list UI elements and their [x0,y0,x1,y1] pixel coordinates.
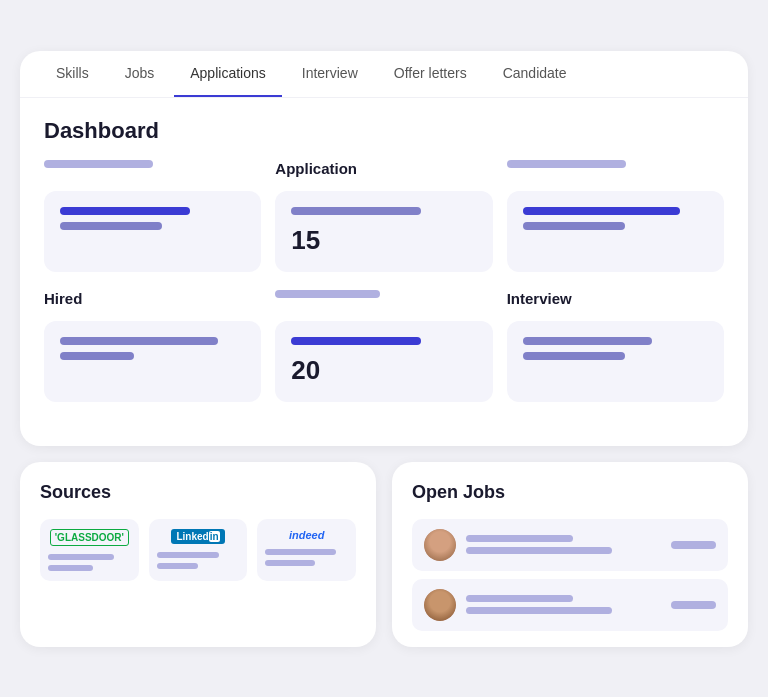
glassdoor-bars [48,554,131,571]
job-tag-2 [671,601,716,609]
linkedin-logo-box[interactable]: Linkedin [149,519,248,581]
job-bars-1 [466,535,661,554]
bar-3-bottom [523,222,625,230]
stats-row-2: 20 [44,321,724,402]
open-jobs-list [412,519,728,631]
bar-group-4 [60,337,245,360]
bar-1-bottom [60,222,162,230]
linkedin-logo: Linkedin [171,529,224,544]
stat-card-5: 20 [275,321,492,402]
application-count: 15 [291,225,476,256]
job-bar-2-top [466,595,573,602]
stat-card-4 [44,321,261,402]
top-label-mid [275,290,379,298]
stats-row-1: 15 [44,191,724,272]
tab-bar: Skills Jobs Applications Interview Offer… [20,51,748,98]
indeed-bar-1 [265,549,335,555]
tab-interview[interactable]: Interview [286,51,374,97]
top-label-3 [507,160,627,168]
stat-card-2: 15 [275,191,492,272]
hired-section-label: Hired [44,290,261,307]
dashboard-title: Dashboard [44,118,724,144]
bar-4-top [60,337,218,345]
top-label-1 [44,160,153,168]
job-bar-1-top [466,535,573,542]
avatar-2 [424,589,456,621]
open-jobs-title: Open Jobs [412,482,728,503]
top-labels-row: Application [44,160,724,187]
main-container: Skills Jobs Applications Interview Offer… [20,51,748,647]
bar-1-top [60,207,190,215]
open-jobs-card: Open Jobs [392,462,748,647]
indeed-bars [265,549,348,566]
job-bars-2 [466,595,661,614]
bottom-row: Sources 'GLASSDOOR' Linkedin [20,462,748,647]
sources-title: Sources [40,482,356,503]
job-bar-1-bottom [466,547,612,554]
indeed-logo: indeed [289,529,324,541]
interview-section-label: Interview [507,290,724,307]
glassdoor-logo-box[interactable]: 'GLASSDOOR' [40,519,139,581]
stat-card-6 [507,321,724,402]
stat-card-1 [44,191,261,272]
bar-4-bottom [60,352,134,360]
bar-group-6 [523,337,708,360]
tab-jobs[interactable]: Jobs [109,51,171,97]
bar-group-1 [60,207,245,230]
glassdoor-bar-1 [48,554,114,560]
linkedin-bars [157,552,240,569]
top-card: Skills Jobs Applications Interview Offer… [20,51,748,446]
avatar-1-inner [424,529,456,561]
avatar-1 [424,529,456,561]
application-section-label: Application [275,160,492,177]
tab-applications[interactable]: Applications [174,51,282,97]
job-row-1[interactable] [412,519,728,571]
stat-card-3 [507,191,724,272]
job-tag-1 [671,541,716,549]
bar-6-bottom [523,352,625,360]
glassdoor-bar-2 [48,565,93,571]
indeed-logo-box[interactable]: indeed [257,519,356,581]
tab-offer-letters[interactable]: Offer letters [378,51,483,97]
dashboard-body: Dashboard Application [20,98,748,422]
top-labels-row-2: Hired Interview [44,290,724,317]
bar-5 [291,337,421,345]
sources-logos: 'GLASSDOOR' Linkedin indeed [40,519,356,581]
job-row-2[interactable] [412,579,728,631]
glassdoor-logo: 'GLASSDOOR' [50,529,129,546]
tab-skills[interactable]: Skills [40,51,105,97]
bar-6-top [523,337,653,345]
indeed-bar-2 [265,560,315,566]
bar-2 [291,207,421,215]
hired-count: 20 [291,355,476,386]
sources-card: Sources 'GLASSDOOR' Linkedin [20,462,376,647]
bar-3-top [523,207,681,215]
job-bar-2-bottom [466,607,612,614]
linkedin-bar-1 [157,552,219,558]
bar-group-3 [523,207,708,230]
avatar-2-inner [424,589,456,621]
tab-candidate[interactable]: Candidate [487,51,583,97]
linkedin-bar-2 [157,563,198,569]
